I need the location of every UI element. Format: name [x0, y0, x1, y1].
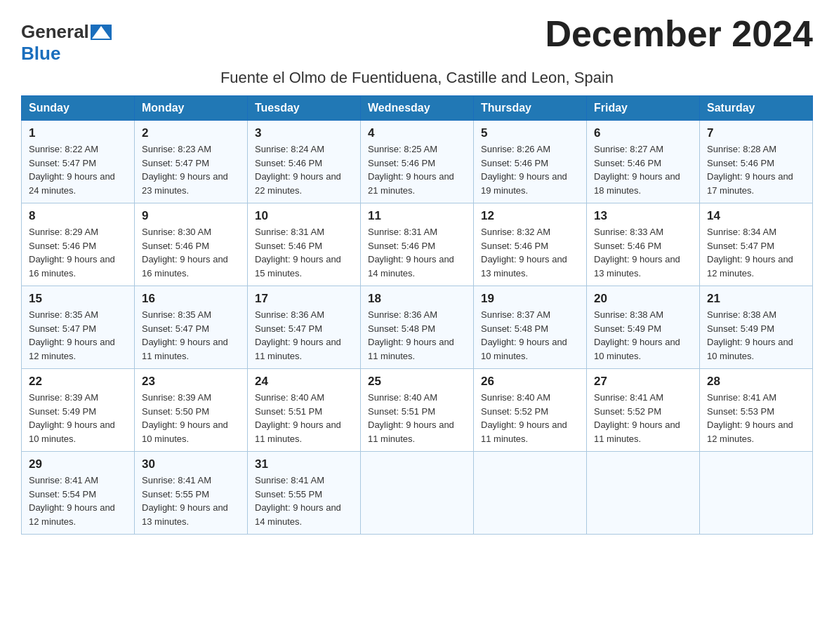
day-info: Sunrise: 8:38 AMSunset: 5:49 PMDaylight:…: [707, 308, 805, 363]
day-number: 24: [255, 375, 353, 389]
calendar-cell: 1Sunrise: 8:22 AMSunset: 5:47 PMDaylight…: [22, 121, 135, 203]
calendar-cell: 27Sunrise: 8:41 AMSunset: 5:52 PMDayligh…: [587, 369, 700, 452]
calendar-cell: 4Sunrise: 8:25 AMSunset: 5:46 PMDaylight…: [361, 121, 474, 203]
day-info: Sunrise: 8:41 AMSunset: 5:55 PMDaylight:…: [142, 474, 240, 528]
calendar-cell: 16Sunrise: 8:35 AMSunset: 5:47 PMDayligh…: [135, 286, 248, 369]
calendar-cell: 24Sunrise: 8:40 AMSunset: 5:51 PMDayligh…: [248, 369, 361, 452]
location-title: Fuente el Olmo de Fuentiduena, Castille …: [21, 69, 813, 87]
day-info: Sunrise: 8:37 AMSunset: 5:48 PMDaylight:…: [481, 308, 579, 363]
day-number: 28: [707, 375, 805, 389]
day-info: Sunrise: 8:28 AMSunset: 5:46 PMDaylight:…: [707, 142, 805, 197]
calendar-cell: 14Sunrise: 8:34 AMSunset: 5:47 PMDayligh…: [700, 203, 813, 286]
calendar-cell: 2Sunrise: 8:23 AMSunset: 5:47 PMDaylight…: [135, 121, 248, 203]
logo-general-text: General: [21, 21, 89, 43]
calendar-cell: 17Sunrise: 8:36 AMSunset: 5:47 PMDayligh…: [248, 286, 361, 369]
day-number: 16: [142, 292, 240, 306]
day-info: Sunrise: 8:36 AMSunset: 5:47 PMDaylight:…: [255, 308, 353, 363]
day-info: Sunrise: 8:41 AMSunset: 5:52 PMDaylight:…: [594, 391, 692, 445]
day-number: 30: [142, 457, 240, 471]
day-info: Sunrise: 8:39 AMSunset: 5:49 PMDaylight:…: [29, 391, 127, 445]
col-sunday: Sunday: [22, 96, 135, 121]
day-number: 18: [368, 292, 466, 306]
day-info: Sunrise: 8:41 AMSunset: 5:55 PMDaylight:…: [255, 474, 353, 528]
day-number: 26: [481, 375, 579, 389]
day-number: 21: [707, 292, 805, 306]
calendar-cell: 28Sunrise: 8:41 AMSunset: 5:53 PMDayligh…: [700, 369, 813, 452]
calendar-cell: 11Sunrise: 8:31 AMSunset: 5:46 PMDayligh…: [361, 203, 474, 286]
day-number: 3: [255, 126, 353, 140]
header: General Blue December 2024: [21, 14, 813, 65]
day-number: 12: [481, 209, 579, 223]
calendar-cell: 8Sunrise: 8:29 AMSunset: 5:46 PMDaylight…: [22, 203, 135, 286]
day-info: Sunrise: 8:33 AMSunset: 5:46 PMDaylight:…: [594, 225, 692, 280]
calendar-week-row: 1Sunrise: 8:22 AMSunset: 5:47 PMDaylight…: [22, 121, 813, 203]
calendar-cell: 31Sunrise: 8:41 AMSunset: 5:55 PMDayligh…: [248, 452, 361, 535]
col-wednesday: Wednesday: [361, 96, 474, 121]
day-number: 29: [29, 457, 127, 471]
calendar-cell: 21Sunrise: 8:38 AMSunset: 5:49 PMDayligh…: [700, 286, 813, 369]
day-info: Sunrise: 8:32 AMSunset: 5:46 PMDaylight:…: [481, 225, 579, 280]
calendar-cell: 10Sunrise: 8:31 AMSunset: 5:46 PMDayligh…: [248, 203, 361, 286]
day-number: 2: [142, 126, 240, 140]
day-info: Sunrise: 8:35 AMSunset: 5:47 PMDaylight:…: [142, 308, 240, 363]
calendar-cell: 12Sunrise: 8:32 AMSunset: 5:46 PMDayligh…: [474, 203, 587, 286]
calendar-cell: 20Sunrise: 8:38 AMSunset: 5:49 PMDayligh…: [587, 286, 700, 369]
day-number: 1: [29, 126, 127, 140]
calendar-cell: 3Sunrise: 8:24 AMSunset: 5:46 PMDaylight…: [248, 121, 361, 203]
day-number: 17: [255, 292, 353, 306]
day-info: Sunrise: 8:41 AMSunset: 5:54 PMDaylight:…: [29, 474, 127, 528]
col-saturday: Saturday: [700, 96, 813, 121]
col-thursday: Thursday: [474, 96, 587, 121]
day-number: 22: [29, 375, 127, 389]
day-number: 27: [594, 375, 692, 389]
day-number: 19: [481, 292, 579, 306]
calendar-cell: 30Sunrise: 8:41 AMSunset: 5:55 PMDayligh…: [135, 452, 248, 535]
calendar-cell: 25Sunrise: 8:40 AMSunset: 5:51 PMDayligh…: [361, 369, 474, 452]
logo: General Blue: [21, 14, 113, 65]
calendar-cell: [700, 452, 813, 535]
calendar-cell: 7Sunrise: 8:28 AMSunset: 5:46 PMDaylight…: [700, 121, 813, 203]
calendar-cell: 9Sunrise: 8:30 AMSunset: 5:46 PMDaylight…: [135, 203, 248, 286]
day-info: Sunrise: 8:35 AMSunset: 5:47 PMDaylight:…: [29, 308, 127, 363]
day-info: Sunrise: 8:24 AMSunset: 5:46 PMDaylight:…: [255, 142, 353, 197]
day-info: Sunrise: 8:27 AMSunset: 5:46 PMDaylight:…: [594, 142, 692, 197]
calendar-week-row: 29Sunrise: 8:41 AMSunset: 5:54 PMDayligh…: [22, 452, 813, 535]
day-number: 9: [142, 209, 240, 223]
day-info: Sunrise: 8:26 AMSunset: 5:46 PMDaylight:…: [481, 142, 579, 197]
col-friday: Friday: [587, 96, 700, 121]
day-number: 20: [594, 292, 692, 306]
day-info: Sunrise: 8:22 AMSunset: 5:47 PMDaylight:…: [29, 142, 127, 197]
day-info: Sunrise: 8:40 AMSunset: 5:52 PMDaylight:…: [481, 391, 579, 445]
day-number: 5: [481, 126, 579, 140]
calendar-week-row: 22Sunrise: 8:39 AMSunset: 5:49 PMDayligh…: [22, 369, 813, 452]
day-info: Sunrise: 8:31 AMSunset: 5:46 PMDaylight:…: [368, 225, 466, 280]
calendar-cell: [361, 452, 474, 535]
calendar-cell: 5Sunrise: 8:26 AMSunset: 5:46 PMDaylight…: [474, 121, 587, 203]
day-info: Sunrise: 8:38 AMSunset: 5:49 PMDaylight:…: [594, 308, 692, 363]
col-monday: Monday: [135, 96, 248, 121]
day-number: 23: [142, 375, 240, 389]
calendar-week-row: 8Sunrise: 8:29 AMSunset: 5:46 PMDaylight…: [22, 203, 813, 286]
day-number: 14: [707, 209, 805, 223]
day-number: 6: [594, 126, 692, 140]
day-info: Sunrise: 8:25 AMSunset: 5:46 PMDaylight:…: [368, 142, 466, 197]
calendar-cell: 23Sunrise: 8:39 AMSunset: 5:50 PMDayligh…: [135, 369, 248, 452]
calendar-cell: 18Sunrise: 8:36 AMSunset: 5:48 PMDayligh…: [361, 286, 474, 369]
day-info: Sunrise: 8:34 AMSunset: 5:47 PMDaylight:…: [707, 225, 805, 280]
day-info: Sunrise: 8:41 AMSunset: 5:53 PMDaylight:…: [707, 391, 805, 445]
day-info: Sunrise: 8:40 AMSunset: 5:51 PMDaylight:…: [255, 391, 353, 445]
day-number: 11: [368, 209, 466, 223]
calendar-cell: 15Sunrise: 8:35 AMSunset: 5:47 PMDayligh…: [22, 286, 135, 369]
calendar-cell: 13Sunrise: 8:33 AMSunset: 5:46 PMDayligh…: [587, 203, 700, 286]
calendar-header-row: Sunday Monday Tuesday Wednesday Thursday…: [22, 96, 813, 121]
day-info: Sunrise: 8:39 AMSunset: 5:50 PMDaylight:…: [142, 391, 240, 445]
day-info: Sunrise: 8:31 AMSunset: 5:46 PMDaylight:…: [255, 225, 353, 280]
calendar-cell: 22Sunrise: 8:39 AMSunset: 5:49 PMDayligh…: [22, 369, 135, 452]
day-info: Sunrise: 8:23 AMSunset: 5:47 PMDaylight:…: [142, 142, 240, 197]
month-title: December 2024: [545, 14, 813, 54]
calendar-cell: 19Sunrise: 8:37 AMSunset: 5:48 PMDayligh…: [474, 286, 587, 369]
calendar-cell: [587, 452, 700, 535]
calendar-cell: 6Sunrise: 8:27 AMSunset: 5:46 PMDaylight…: [587, 121, 700, 203]
calendar-table: Sunday Monday Tuesday Wednesday Thursday…: [21, 95, 813, 535]
title-area: December 2024: [545, 14, 813, 54]
